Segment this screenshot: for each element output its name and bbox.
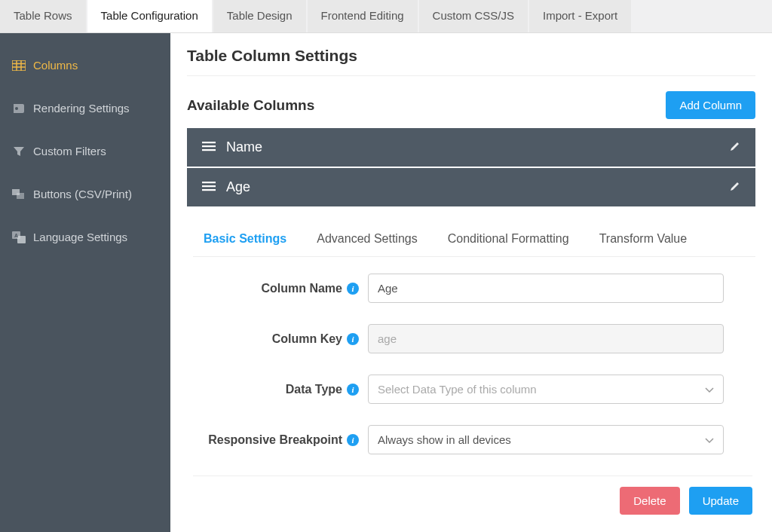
- filter-icon: [12, 145, 26, 157]
- drag-handle-icon[interactable]: [202, 179, 216, 195]
- subtab-basic[interactable]: Basic Settings: [204, 229, 286, 249]
- column-name-input[interactable]: [368, 274, 724, 303]
- buttons-icon: [12, 189, 26, 200]
- svg-rect-12: [202, 145, 216, 147]
- data-type-select[interactable]: Select Data Type of this column: [368, 375, 724, 404]
- column-label: Age: [226, 179, 250, 195]
- content: Table Column Settings Available Columns …: [170, 33, 772, 532]
- sidebar-label: Buttons (CSV/Print): [33, 188, 132, 200]
- column-key-label: Column Key: [272, 332, 342, 346]
- svg-rect-16: [202, 189, 216, 191]
- sidebar-label: Columns: [33, 59, 78, 72]
- tab-table-design[interactable]: Table Design: [213, 0, 308, 32]
- table-icon: [12, 60, 26, 71]
- column-key-input: [368, 324, 724, 353]
- available-columns-title: Available Columns: [187, 97, 314, 114]
- column-item-age[interactable]: Age: [187, 168, 755, 208]
- edit-icon[interactable]: [730, 139, 740, 155]
- column-list: Name Age: [187, 128, 755, 208]
- sidebar-item-rendering[interactable]: Rendering Settings: [0, 87, 170, 130]
- subtab-transform[interactable]: Transform Value: [599, 229, 687, 249]
- svg-point-5: [15, 107, 18, 110]
- svg-rect-7: [17, 193, 24, 199]
- breakpoint-select[interactable]: Always show in all devices: [368, 425, 724, 454]
- drag-handle-icon[interactable]: [202, 139, 216, 155]
- svg-rect-9: [17, 236, 26, 243]
- sidebar: Columns Rendering Settings Custom Filter…: [0, 33, 170, 532]
- chevron-down-icon: [705, 433, 714, 446]
- sidebar-label: Language Settings: [33, 231, 127, 243]
- info-icon[interactable]: i: [347, 333, 359, 345]
- subtab-advanced[interactable]: Advanced Settings: [317, 229, 417, 249]
- sidebar-item-buttons[interactable]: Buttons (CSV/Print): [0, 173, 170, 216]
- render-icon: [12, 102, 26, 115]
- svg-rect-15: [202, 185, 216, 187]
- tab-import-export[interactable]: Import - Export: [529, 0, 633, 32]
- svg-rect-14: [202, 182, 216, 183]
- tab-frontend-editing[interactable]: Frontend Editing: [308, 0, 419, 32]
- info-icon[interactable]: i: [347, 283, 359, 295]
- svg-rect-13: [202, 149, 216, 151]
- info-icon[interactable]: i: [347, 434, 359, 446]
- column-item-name[interactable]: Name: [187, 128, 755, 168]
- update-button[interactable]: Update: [689, 487, 752, 515]
- info-icon[interactable]: i: [347, 384, 359, 396]
- svg-rect-0: [12, 60, 26, 71]
- sidebar-item-filters[interactable]: Custom Filters: [0, 130, 170, 173]
- tab-table-configuration[interactable]: Table Configuration: [87, 0, 213, 32]
- tab-table-rows[interactable]: Table Rows: [0, 0, 87, 32]
- delete-button[interactable]: Delete: [620, 487, 679, 515]
- column-name-label: Column Name: [261, 282, 342, 295]
- sidebar-label: Custom Filters: [33, 145, 106, 157]
- add-column-button[interactable]: Add Column: [666, 91, 755, 119]
- sub-tabs: Basic Settings Advanced Settings Conditi…: [193, 222, 755, 257]
- breakpoint-label: Responsive Breakpoint: [208, 433, 342, 447]
- sidebar-item-language[interactable]: A Language Settings: [0, 216, 170, 258]
- edit-icon[interactable]: [730, 179, 740, 195]
- sidebar-item-columns[interactable]: Columns: [0, 44, 170, 87]
- page-title: Table Column Settings: [187, 47, 755, 76]
- subtab-conditional[interactable]: Conditional Formatting: [448, 229, 569, 249]
- language-icon: A: [12, 231, 26, 243]
- breakpoint-value: Always show in all devices: [378, 433, 511, 446]
- svg-text:A: A: [14, 233, 18, 238]
- top-tabs: Table Rows Table Configuration Table Des…: [0, 0, 772, 33]
- column-label: Name: [226, 139, 262, 155]
- tab-custom-css-js[interactable]: Custom CSS/JS: [419, 0, 529, 32]
- sidebar-label: Rendering Settings: [33, 102, 130, 115]
- svg-rect-11: [202, 142, 216, 143]
- data-type-value: Select Data Type of this column: [378, 383, 537, 396]
- data-type-label: Data Type: [286, 383, 342, 396]
- chevron-down-icon: [705, 383, 714, 396]
